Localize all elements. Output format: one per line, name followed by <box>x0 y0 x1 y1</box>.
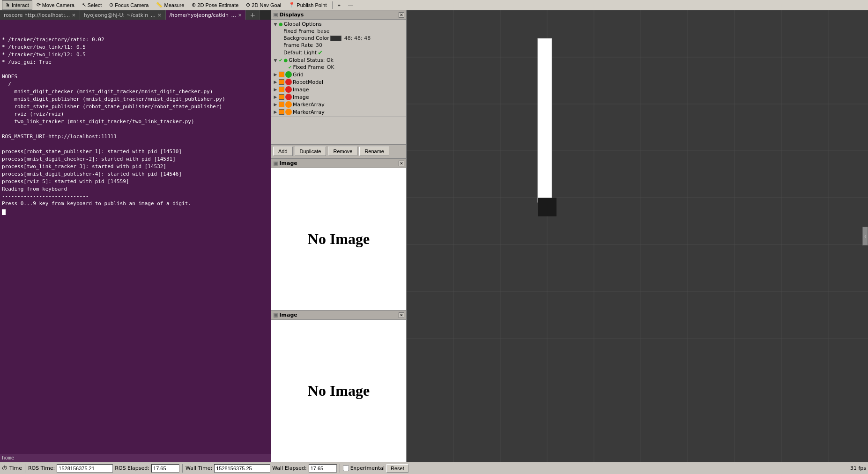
global-status-fixed-frame-row[interactable]: ✔ Fixed Frame OK <box>271 64 406 71</box>
tab3-label: /home/hyojeong/catkin_... <box>170 12 237 18</box>
image2-checkbox[interactable] <box>279 94 284 100</box>
global-status-icon: ● <box>283 58 288 63</box>
terminal-line: two_link_tracker (mnist_digit_tracker/tw… <box>2 118 269 126</box>
terminal-tab-2[interactable]: hyojeong@hj-U: ~/catkin_... ✕ <box>80 10 166 20</box>
wall-elapsed-input[interactable] <box>309 464 337 473</box>
bg-color-row[interactable]: Background Color 48; 48; 48 <box>271 35 406 42</box>
fixed-frame-row[interactable]: Fixed Frame base <box>271 28 406 35</box>
add-tab-icon: + <box>250 11 255 19</box>
pose-estimate-icon: ⊕ <box>192 2 196 8</box>
nav-goal-icon: ⊕ <box>246 2 250 8</box>
image-panel-1-icon: ▣ <box>273 160 278 166</box>
tab2-label: hyojeong@hj-U: ~/catkin_... <box>84 12 156 18</box>
displays-close-button[interactable]: ✕ <box>399 12 404 18</box>
terminal-tab-3[interactable]: /home/hyojeong/catkin_... ✕ <box>166 10 246 20</box>
image1-expand: ▶ <box>273 87 278 92</box>
image-panel-1-title: ▣ Image <box>273 160 297 166</box>
terminal-tab-1[interactable]: roscore http://localhost:... ✕ <box>0 10 80 20</box>
global-options-expand-icon: ▼ <box>273 22 278 27</box>
select-button[interactable]: ↖ Select <box>79 0 105 10</box>
markerarray2-checkbox[interactable] <box>279 109 284 115</box>
minus-button[interactable]: — <box>345 0 356 10</box>
terminal-line: NODES <box>2 73 269 81</box>
nav-goal-button[interactable]: ⊕ 2D Nav Goal <box>243 0 284 10</box>
experimental-checkbox-label[interactable]: Experimental <box>343 465 385 471</box>
terminal-line: process[two_link_tracker-3]: started wit… <box>2 163 269 170</box>
time-label: Time <box>9 465 22 471</box>
add-button[interactable]: Add <box>273 147 293 156</box>
no-image-1-text: No Image <box>308 230 370 248</box>
displays-icon: ▣ <box>273 12 278 18</box>
no-image-2-text: No Image <box>308 382 370 400</box>
rename-button[interactable]: Rename <box>359 147 389 156</box>
ros-time-label: ROS Time: <box>28 465 55 471</box>
publish-point-button[interactable]: 📍 Publish Point <box>285 0 330 10</box>
ros-elapsed-label: ROS Elapsed: <box>115 465 149 471</box>
center-panel: ▣ Displays ✕ ▼ ● Global Options Fixed Fr… <box>271 10 407 462</box>
plus-button[interactable]: + <box>334 0 344 10</box>
status-bar: ⏱ Time ROS Time: ROS Elapsed: Wall Time:… <box>0 462 868 474</box>
markerarray1-item[interactable]: ▶ MarkerArray <box>271 101 406 108</box>
duplicate-button[interactable]: Duplicate <box>295 147 326 156</box>
image-panel-1-close[interactable]: ✕ <box>399 161 404 166</box>
image-panel-2-title: ▣ Image <box>273 312 297 318</box>
image2-item[interactable]: ▶ Image <box>271 93 406 101</box>
global-status-item[interactable]: ▼ ✔ ● Global Status: Ok <box>271 57 406 64</box>
main-area: roscore http://localhost:... ✕ hyojeong@… <box>0 10 868 462</box>
gs-ff-label: Fixed Frame <box>293 64 324 70</box>
experimental-checkbox[interactable] <box>343 465 349 471</box>
markerarray2-item[interactable]: ▶ MarkerArray <box>271 108 406 116</box>
image-panel-2: ▣ Image ✕ No Image <box>271 311 406 462</box>
image-panel-1-content: No Image <box>271 168 406 310</box>
pose-estimate-button[interactable]: ⊕ 2D Pose Estimate <box>188 0 242 10</box>
tab3-close-icon[interactable]: ✕ <box>238 13 242 18</box>
reset-button[interactable]: Reset <box>386 464 408 473</box>
grid-item[interactable]: ▶ Grid <box>271 71 406 78</box>
frame-rate-value: 30 <box>316 42 322 48</box>
main-toolbar: 🖱 Interact ⟳ Move Camera ↖ Select ⊙ Focu… <box>0 0 868 10</box>
grid-checkbox[interactable] <box>279 72 284 77</box>
image1-icon <box>285 86 292 93</box>
markerarray1-label: MarkerArray <box>293 102 325 108</box>
default-light-row[interactable]: Default Light ✔ <box>271 49 406 57</box>
tab1-close-icon[interactable]: ✕ <box>72 13 75 18</box>
status-sep-1 <box>25 464 25 473</box>
terminal-line: * /tracker/two_link/l2: 0.5 <box>2 51 269 59</box>
frame-rate-label: Frame Rate <box>283 42 313 48</box>
tree-area: ▼ ● Global Options Fixed Frame base Back… <box>271 20 406 117</box>
robot-model-item[interactable]: ▶ RobotModel <box>271 78 406 86</box>
tab2-close-icon[interactable]: ✕ <box>157 13 161 18</box>
focus-camera-button[interactable]: ⊙ Focus Camera <box>106 0 152 10</box>
terminal-line <box>2 66 269 74</box>
terminal-line: process[mnist_digit_publisher-4]: starte… <box>2 170 269 178</box>
image2-expand: ▶ <box>273 95 278 99</box>
global-options-item[interactable]: ▼ ● Global Options <box>271 21 406 28</box>
robotmodel-checkbox[interactable] <box>279 79 284 85</box>
rviz-3d-view[interactable]: ‹ <box>407 10 868 462</box>
interact-button[interactable]: 🖱 Interact <box>2 0 32 10</box>
pose-estimate-label: 2D Pose Estimate <box>197 2 238 8</box>
rviz-collapse-button[interactable]: ‹ <box>862 227 868 245</box>
terminal-home-label: home <box>0 454 271 462</box>
frame-rate-row[interactable]: Frame Rate 30 <box>271 42 406 49</box>
grid-expand: ▶ <box>273 72 278 77</box>
rviz-grid-svg <box>407 10 868 462</box>
displays-buttons-row: Add Duplicate Remove Rename <box>271 145 406 158</box>
ros-time-input[interactable] <box>57 464 113 473</box>
move-camera-button[interactable]: ⟳ Move Camera <box>33 0 78 10</box>
ros-elapsed-input[interactable] <box>151 464 179 473</box>
image-panel-2-close[interactable]: ✕ <box>399 312 404 318</box>
wall-time-input[interactable] <box>214 464 270 473</box>
remove-button[interactable]: Remove <box>328 147 357 156</box>
new-tab-button[interactable]: + <box>246 10 260 20</box>
markerarray1-checkbox[interactable] <box>279 102 284 107</box>
robotmodel-expand: ▶ <box>273 80 278 84</box>
measure-button[interactable]: 📏 Measure <box>153 0 187 10</box>
displays-title: ▣ Displays <box>273 12 304 18</box>
image1-item[interactable]: ▶ Image <box>271 86 406 93</box>
global-status-expand: ▼ <box>273 58 278 63</box>
terminal-line: rviz (rviz/rviz) <box>2 111 269 118</box>
markerarray2-expand: ▶ <box>273 110 278 114</box>
svg-rect-16 <box>538 38 552 202</box>
image1-checkbox[interactable] <box>279 87 284 92</box>
